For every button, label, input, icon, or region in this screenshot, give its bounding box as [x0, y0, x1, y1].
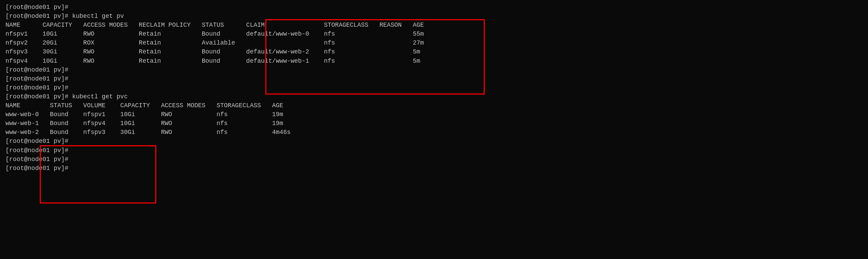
terminal-line: [root@node01 pv]# kubectl get pv	[5, 12, 863, 21]
terminal-line: nfspv3 30Gi RWO Retain Bound default/www…	[5, 47, 863, 56]
terminal-line: NAME STATUS VOLUME CAPACITY ACCESS MODES…	[5, 101, 863, 110]
terminal-window: [root@node01 pv]#[root@node01 pv]# kubec…	[5, 3, 863, 256]
terminal-line: [root@node01 pv]#	[5, 146, 863, 155]
terminal-line: nfspv2 20Gi ROX Retain Available nfs 27m	[5, 38, 863, 47]
terminal-line: nfspv4 10Gi RWO Retain Bound default/www…	[5, 57, 863, 65]
terminal-line: www-web-0 Bound nfspv1 10Gi RWO nfs 19m	[5, 110, 863, 119]
terminal-line: www-web-2 Bound nfspv3 30Gi RWO nfs 4m46…	[5, 128, 863, 137]
terminal-line: nfspv1 10Gi RWO Retain Bound default/www…	[5, 29, 863, 38]
terminal-line: [root@node01 pv]#	[5, 3, 863, 12]
terminal-line: www-web-1 Bound nfspv4 10Gi RWO nfs 19m	[5, 119, 863, 128]
terminal-line: [root@node01 pv]#	[5, 65, 863, 74]
terminal-line: [root@node01 pv]#	[5, 83, 863, 92]
terminal-line: [root@node01 pv]#	[5, 74, 863, 83]
terminal-line: NAME CAPACITY ACCESS MODES RECLAIM POLIC…	[5, 21, 863, 29]
terminal-line: [root@node01 pv]# kubectl get pvc	[5, 92, 863, 101]
terminal-line: [root@node01 pv]#	[5, 137, 863, 146]
terminal-line: [root@node01 pv]#	[5, 155, 863, 164]
terminal-line: [root@node01 pv]#	[5, 164, 863, 173]
